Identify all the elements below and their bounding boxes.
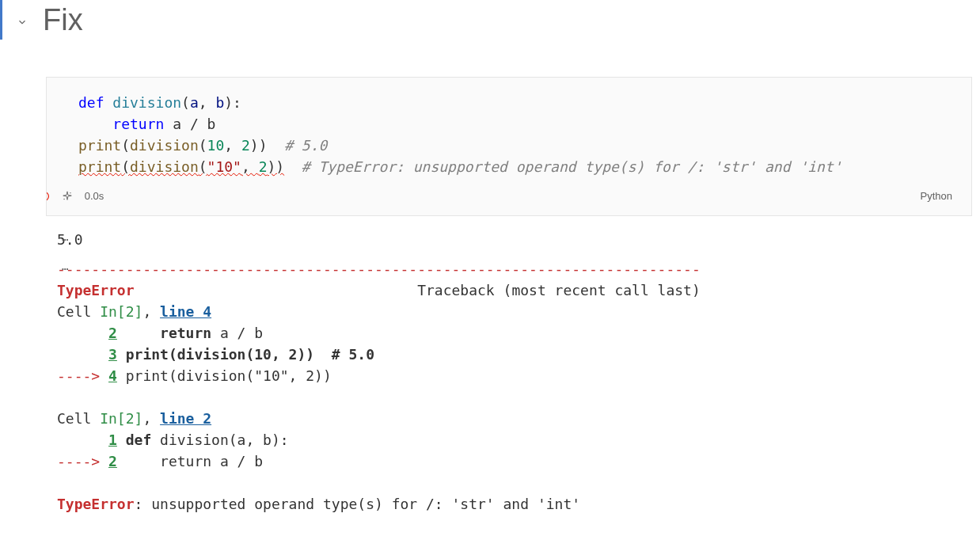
tb-line-num[interactable]: 1 [108, 431, 117, 448]
function-call: division [130, 158, 199, 175]
param: a [190, 94, 199, 111]
tb-text: Cell [57, 410, 100, 427]
execution-time: 0.0s [85, 188, 104, 204]
tb-arrow: ----> [57, 453, 108, 469]
tb-code: print(division(10, 2)) # 5.0 [126, 346, 374, 363]
string: "10" [207, 158, 241, 175]
error-name: TypeError [57, 282, 135, 298]
notebook-page: Fix def division(a, b): return a / b pri… [0, 0, 980, 515]
tb-code: a / b [211, 325, 263, 341]
keyword: def [78, 94, 104, 111]
traceback-separator: ----------------------------------------… [57, 260, 701, 277]
tb-line-num[interactable]: 2 [108, 325, 117, 341]
tb-code: print(division("10", 2)) [117, 367, 332, 384]
cell-status-bar: [2] 0.0s Python [48, 184, 959, 209]
tb-code: division(a, b): [151, 431, 288, 448]
tb-keyword: return [160, 325, 211, 341]
output-options-icon[interactable]: … [60, 229, 70, 245]
active-cell-indicator [0, 0, 2, 40]
svg-point-0 [46, 192, 49, 200]
error-name: TypeError [57, 496, 135, 512]
kernel-language[interactable]: Python [921, 188, 952, 204]
tb-line-link[interactable]: line 2 [160, 410, 211, 427]
error-icon[interactable] [46, 190, 51, 202]
section-title: Fix [43, 3, 83, 37]
param: b [215, 94, 224, 111]
svg-point-2 [64, 199, 65, 200]
tb-text: , [142, 410, 160, 427]
traceback-output: ----------------------------------------… [46, 258, 972, 515]
tb-text: Cell [57, 303, 100, 320]
comment: # 5.0 [284, 137, 327, 154]
stdout-output: 5.0 [46, 216, 972, 258]
svg-point-1 [70, 192, 70, 193]
tb-line-num[interactable]: 4 [108, 367, 117, 384]
function-call: division [130, 137, 199, 154]
section-header: Fix [0, 0, 980, 37]
builtin: print [78, 137, 121, 154]
tb-cell-ref: In[2] [100, 303, 142, 320]
code-cell[interactable]: def division(a, b): return a / b print(d… [46, 77, 972, 216]
error-squiggle[interactable]: print(division("10", 2)) [78, 158, 284, 175]
number: 2 [259, 158, 268, 175]
tb-cell-ref: In[2] [100, 410, 142, 427]
builtin: print [78, 158, 121, 175]
tb-line-num[interactable]: 3 [108, 346, 117, 363]
tb-line-link[interactable]: line 4 [160, 303, 211, 320]
output-options-icon[interactable]: … [60, 258, 70, 274]
error-message: : unsupported operand type(s) for /: 'st… [135, 496, 581, 512]
keyword: return [112, 116, 164, 132]
code-text: a / b [164, 116, 215, 132]
tb-keyword: def [126, 431, 152, 448]
number: 2 [241, 137, 250, 154]
tb-line-num[interactable]: 2 [108, 453, 117, 469]
tb-text: , [142, 303, 160, 320]
sparkle-icon[interactable] [62, 190, 74, 202]
comment: # TypeError: unsupported operand type(s)… [302, 158, 842, 175]
chevron-down-icon[interactable] [16, 16, 28, 29]
tb-code: return a / b [117, 453, 263, 469]
number: 10 [207, 137, 225, 154]
tb-arrow: ----> [57, 367, 108, 384]
function-def-name: division [112, 94, 181, 111]
traceback-label: Traceback (most recent call last) [417, 282, 701, 298]
